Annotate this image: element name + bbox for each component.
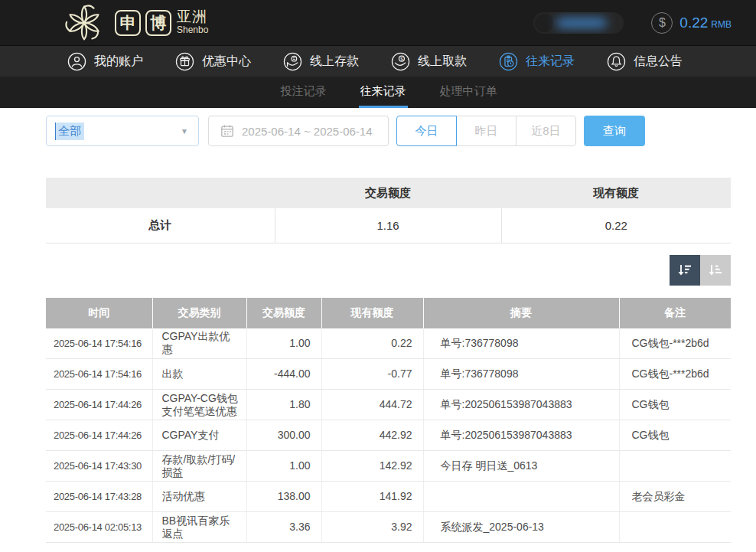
username-redacted[interactable] xyxy=(533,12,624,34)
cell-note xyxy=(619,512,731,543)
dollar-circle-icon: $ xyxy=(651,12,673,34)
deposit-hand-coin-icon xyxy=(283,52,302,71)
cell-type: CGPAY支付 xyxy=(152,420,246,451)
col-header-note: 备注 xyxy=(619,298,731,328)
nav-item-deposit[interactable]: 线上存款 xyxy=(283,52,359,71)
cell-time: 2025-06-14 17:54:16 xyxy=(46,328,152,359)
gift-icon xyxy=(175,52,194,71)
summary-total-transaction-amount: 1.16 xyxy=(275,208,501,243)
nav-item-my-account[interactable]: 我的账户 xyxy=(67,52,143,71)
summary-header-current-amount: 现有额度 xyxy=(501,178,731,208)
table-row: 2025-06-14 17:43:28 活动优惠 138.00 141.92 老… xyxy=(46,482,731,512)
cell-type: 活动优惠 xyxy=(152,482,246,512)
nav-label: 线上存款 xyxy=(310,54,359,70)
cell-transaction-amount: 1.00 xyxy=(246,328,321,359)
summary-total-label: 总计 xyxy=(46,208,275,243)
filter-row: 全部 ▼ 2025-06-14 ~ 2025-06-14 今日 昨日 近8日 查… xyxy=(46,116,731,146)
bell-icon xyxy=(607,52,626,71)
col-header-current-amount: 现有额度 xyxy=(321,298,423,328)
table-row: 2025-06-14 17:43:30 存款/取款/打码/损益 1.00 142… xyxy=(46,451,731,482)
summary-table: 交易额度 现有额度 总计 1.16 0.22 xyxy=(46,178,731,243)
nav-item-promotions[interactable]: 优惠中心 xyxy=(175,52,251,71)
nav-label: 线上取款 xyxy=(418,54,467,70)
header-right: $ 0.22 RMB xyxy=(533,12,732,34)
site-logo: 申 博 亚洲 Shenbo xyxy=(64,3,208,43)
records-subnav: 投注记录 往来记录 处理中订单 xyxy=(0,77,756,108)
cell-current-amount: 442.92 xyxy=(321,420,423,451)
cell-time: 2025-06-14 17:43:28 xyxy=(46,482,152,512)
cell-type: 出款 xyxy=(152,359,246,390)
cell-type: BB视讯百家乐返点 xyxy=(152,512,246,543)
table-row: 2025-06-14 17:44:26 CGPAY-CG钱包支付笔笔送优惠 1.… xyxy=(46,390,731,420)
today-button[interactable]: 今日 xyxy=(396,116,457,146)
summary-total-current-amount: 0.22 xyxy=(501,208,731,243)
cell-summary: 单号:202506153987043883 xyxy=(423,390,619,420)
cell-type: CGPAY出款优惠 xyxy=(152,328,246,359)
cell-summary: 系统派发_2025-06-13 xyxy=(423,512,619,543)
cell-time: 2025-06-14 17:44:26 xyxy=(46,390,152,420)
calendar-icon xyxy=(220,124,234,138)
cell-note: CG钱包 xyxy=(619,420,731,451)
cell-summary: 单号:736778098 xyxy=(423,359,619,390)
transactions-table: 时间 交易类别 交易额度 现有额度 摘要 备注 2025-06-14 17:54… xyxy=(46,298,731,544)
col-header-transaction-amount: 交易额度 xyxy=(246,298,321,328)
cell-summary: 单号:736778098 xyxy=(423,328,619,359)
cell-summary: 单号:202506153987043883 xyxy=(423,420,619,451)
cell-type: 存款/取款/打码/损益 xyxy=(152,451,246,482)
table-row: 2025-06-14 17:54:16 出款 -444.00 -0.77 单号:… xyxy=(46,359,731,390)
sort-amount-ascending-icon xyxy=(707,262,724,279)
cell-current-amount: 142.92 xyxy=(321,451,423,482)
nav-item-withdraw[interactable]: $ 线上取款 xyxy=(391,52,467,71)
cell-transaction-amount: 300.00 xyxy=(246,420,321,451)
cell-transaction-amount: 138.00 xyxy=(246,482,321,512)
cell-current-amount: 3.92 xyxy=(321,512,423,543)
withdraw-hand-coin-icon: $ xyxy=(391,52,410,71)
cell-transaction-amount: 1.80 xyxy=(246,390,321,420)
cell-current-amount: -0.77 xyxy=(321,359,423,390)
records-clipboard-clock-icon xyxy=(499,52,518,71)
tab-transaction-records[interactable]: 往来记录 xyxy=(359,77,408,108)
sort-ascending-button[interactable] xyxy=(700,255,731,286)
tab-betting-records[interactable]: 投注记录 xyxy=(279,77,328,108)
transactions-header-row: 时间 交易类别 交易额度 现有额度 摘要 备注 xyxy=(46,298,731,328)
col-header-summary: 摘要 xyxy=(423,298,619,328)
cell-transaction-amount: 1.00 xyxy=(246,451,321,482)
transaction-type-select[interactable]: 全部 ▼ xyxy=(46,116,199,146)
logo-region-en: Shenbo xyxy=(177,25,208,35)
table-row: 2025-06-14 02:05:13 BB视讯百家乐返点 3.36 3.92 … xyxy=(46,512,731,543)
tab-pending-orders[interactable]: 处理中订单 xyxy=(438,77,499,108)
search-button[interactable]: 查询 xyxy=(584,116,645,146)
cell-note: CG钱包-***2b6d xyxy=(619,328,731,359)
col-header-time: 时间 xyxy=(46,298,152,328)
last-8-days-button[interactable]: 近8日 xyxy=(516,116,576,146)
quick-date-buttons: 今日 昨日 近8日 xyxy=(396,116,576,146)
cell-type: CGPAY-CG钱包支付笔笔送优惠 xyxy=(152,390,246,420)
logo-region: 亚洲 Shenbo xyxy=(177,9,208,35)
cell-time: 2025-06-14 17:43:30 xyxy=(46,451,152,482)
cell-current-amount: 444.72 xyxy=(321,390,423,420)
cell-note: CG钱包-***2b6d xyxy=(619,359,731,390)
date-range-input[interactable]: 2025-06-14 ~ 2025-06-14 xyxy=(208,116,389,146)
cell-summary: 今日存 明日送_0613 xyxy=(423,451,619,482)
table-row: 2025-06-14 17:44:26 CGPAY支付 300.00 442.9… xyxy=(46,420,731,451)
cell-time: 2025-06-14 17:54:16 xyxy=(46,359,152,390)
cell-note xyxy=(619,451,731,482)
nav-item-announcements[interactable]: 信息公告 xyxy=(607,52,683,71)
svg-text:$: $ xyxy=(400,55,403,60)
sort-amount-descending-icon xyxy=(676,262,693,279)
flower-logo-icon xyxy=(64,3,104,43)
content-area: 全部 ▼ 2025-06-14 ~ 2025-06-14 今日 昨日 近8日 查… xyxy=(0,116,756,543)
chevron-down-icon: ▼ xyxy=(181,127,188,136)
nav-label: 往来记录 xyxy=(526,54,575,70)
yesterday-button[interactable]: 昨日 xyxy=(456,116,516,146)
summary-header-blank xyxy=(46,178,275,208)
cell-note: 老会员彩金 xyxy=(619,482,731,512)
nav-label: 优惠中心 xyxy=(202,54,251,70)
sort-controls xyxy=(46,255,731,286)
logo-box-shen: 申 xyxy=(115,10,141,36)
summary-total-row: 总计 1.16 0.22 xyxy=(46,208,731,243)
nav-item-records[interactable]: 往来记录 xyxy=(499,52,575,71)
cell-note: CG钱包 xyxy=(619,390,731,420)
sort-descending-button[interactable] xyxy=(670,255,700,286)
table-row: 2025-06-14 17:54:16 CGPAY出款优惠 1.00 0.22 … xyxy=(46,328,731,359)
